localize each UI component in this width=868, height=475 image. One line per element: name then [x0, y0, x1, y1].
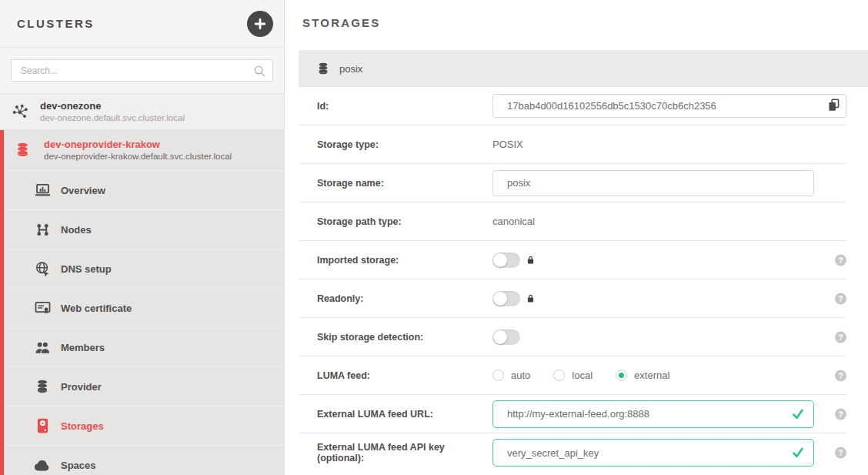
cluster-name: dev-oneprovider-krakow: [44, 139, 232, 151]
field-label: External LUMA feed API key (optional):: [317, 442, 492, 463]
sidebar-search: [0, 48, 284, 94]
page-title: STORAGES: [285, 0, 868, 28]
sidebar-item-dns-setup[interactable]: DNS setup: [4, 249, 284, 288]
harddrive-icon: [34, 418, 51, 433]
sidebar-item-label: Spaces: [61, 460, 96, 471]
selected-cluster-block: dev-oneprovider-krakow dev-oneprovider-k…: [0, 130, 284, 475]
radio-icon: [553, 370, 565, 381]
sidebar-item-nodes[interactable]: Nodes: [4, 209, 284, 249]
sidebar-item-label: Members: [61, 342, 105, 353]
onezone-icon: [12, 103, 30, 120]
search-icon: [253, 65, 265, 80]
database-icon: [34, 379, 51, 395]
valid-check-icon: [792, 408, 804, 423]
luma-feed-url-input[interactable]: [492, 400, 814, 428]
storage-name-label: posix: [339, 63, 362, 75]
cluster-item-dev-onezone[interactable]: dev-onezone dev-onezone.default.svc.clus…: [0, 94, 284, 130]
sidebar-item-web-certificate[interactable]: Web certificate: [4, 288, 284, 327]
clusters-sidebar: CLUSTERS dev-onezone dev-one: [0, 0, 285, 475]
storage-type-value: POSIX: [492, 139, 523, 150]
radio-label: auto: [511, 370, 530, 381]
field-label: Imported storage:: [317, 255, 492, 266]
field-label: Id:: [317, 101, 492, 112]
valid-check-icon: [792, 447, 804, 462]
field-row-id: Id:: [299, 87, 846, 125]
imported-storage-toggle[interactable]: [492, 253, 520, 268]
sidebar-item-label: DNS setup: [61, 263, 112, 275]
app-window: CLUSTERS dev-onezone dev-one: [0, 0, 868, 475]
help-icon[interactable]: ?: [835, 293, 846, 304]
sidebar-item-label: Nodes: [61, 224, 92, 236]
cluster-domain: dev-oneprovider-krakow.default.svc.clust…: [44, 151, 232, 162]
sidebar-item-label: Provider: [61, 381, 102, 393]
skip-storage-detection-toggle[interactable]: [492, 329, 520, 345]
plus-icon: [254, 18, 266, 30]
sidebar-item-label: Storages: [61, 420, 104, 432]
cloud-icon: [34, 460, 51, 471]
main-content: STORAGES posix Id:: [285, 0, 868, 475]
help-icon[interactable]: ?: [835, 447, 846, 459]
oneprovider-icon: [15, 142, 34, 159]
sidebar-item-members[interactable]: Members: [4, 327, 284, 366]
luma-feed-radio-group: auto local external: [492, 370, 669, 381]
radio-icon: [492, 370, 504, 381]
field-row-storage-name: Storage name:: [299, 164, 846, 202]
sidebar-item-overview[interactable]: Overview: [4, 170, 284, 209]
field-label: Storage name:: [317, 178, 492, 189]
field-row-storage-type: Storage type: POSIX: [299, 125, 846, 164]
lock-icon: [527, 294, 534, 303]
help-icon[interactable]: ?: [835, 370, 846, 381]
radio-checked-icon: [616, 370, 627, 381]
copy-icon: [828, 99, 840, 112]
cluster-text: dev-oneprovider-krakow dev-oneprovider-k…: [44, 139, 232, 162]
sidebar-title: CLUSTERS: [17, 17, 95, 30]
cluster-name: dev-onezone: [40, 100, 185, 112]
field-label: Storage path type:: [317, 216, 492, 227]
sidebar-item-storages[interactable]: Storages: [4, 406, 284, 445]
copy-id-button[interactable]: [828, 99, 840, 112]
cluster-text: dev-onezone dev-onezone.default.svc.clus…: [40, 100, 185, 124]
radio-label: local: [572, 370, 593, 381]
radio-label: external: [634, 370, 669, 381]
sidebar-item-label: Web certificate: [61, 303, 132, 314]
field-row-luma-feed: LUMA feed: auto local external ?: [299, 356, 846, 395]
field-row-readonly: Readonly: ?: [299, 279, 846, 318]
overview-icon: [34, 183, 51, 197]
sidebar-item-label: Overview: [61, 185, 105, 196]
nodes-icon: [34, 222, 51, 237]
field-row-skip-storage-detection: Skip storage detection: ?: [299, 318, 846, 356]
field-row-luma-url: External LUMA feed URL: ?: [299, 395, 846, 433]
field-label: Readonly:: [317, 293, 492, 304]
storage-name-input[interactable]: [492, 170, 814, 196]
members-icon: [34, 341, 51, 354]
storage-item-header[interactable]: posix: [299, 50, 868, 87]
field-row-imported-storage: Imported storage: ?: [299, 241, 846, 279]
help-icon[interactable]: ?: [835, 331, 846, 343]
sidebar-item-spaces[interactable]: Spaces: [4, 445, 284, 475]
certificate-icon: [34, 301, 51, 315]
help-icon[interactable]: ?: [835, 408, 846, 420]
luma-feed-api-key-input[interactable]: [492, 439, 814, 467]
help-icon[interactable]: ?: [835, 254, 846, 266]
cluster-domain: dev-onezone.default.svc.cluster.local: [40, 112, 185, 124]
field-label: Skip storage detection:: [317, 332, 492, 343]
search-input[interactable]: [11, 59, 273, 82]
field-label: External LUMA feed URL:: [317, 409, 492, 420]
readonly-toggle[interactable]: [492, 291, 520, 306]
field-label: Storage type:: [317, 139, 492, 150]
field-row-luma-api-key: External LUMA feed API key (optional): ?: [299, 433, 846, 472]
luma-feed-option-external[interactable]: external: [616, 370, 669, 381]
storage-id-input[interactable]: [492, 94, 846, 118]
database-icon: [317, 62, 329, 76]
sidebar-item-provider[interactable]: Provider: [4, 366, 284, 406]
luma-feed-option-auto[interactable]: auto: [492, 370, 530, 381]
lock-icon: [527, 256, 534, 264]
sidebar-header: CLUSTERS: [0, 0, 284, 48]
field-row-storage-path-type: Storage path type: canonical: [299, 202, 846, 241]
dns-icon: [34, 261, 51, 277]
field-label: LUMA feed:: [317, 370, 492, 381]
add-cluster-button[interactable]: [247, 11, 273, 37]
cluster-item-dev-oneprovider-krakow[interactable]: dev-oneprovider-krakow dev-oneprovider-k…: [4, 130, 284, 170]
luma-feed-option-local[interactable]: local: [553, 370, 593, 381]
storage-path-type-value: canonical: [492, 216, 535, 227]
